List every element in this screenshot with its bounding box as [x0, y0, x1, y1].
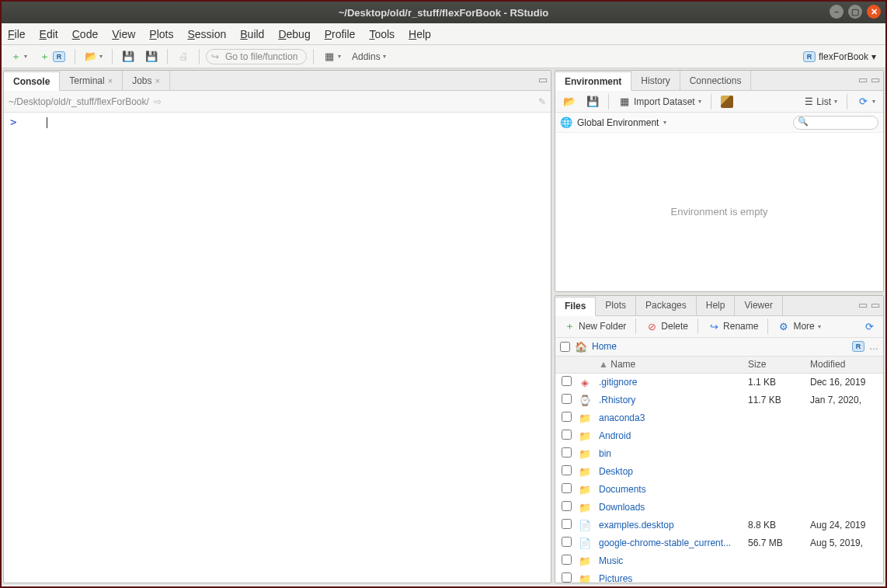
tab-plots[interactable]: Plots — [596, 296, 636, 315]
pane-minimize-icon[interactable]: ▭ — [858, 74, 868, 85]
import-dataset-button[interactable]: ▦Import Dataset ▾ — [615, 94, 704, 110]
file-row[interactable]: ◈.gitignore1.1 KBDec 16, 2019 — [555, 374, 883, 391]
file-row[interactable]: 📁Pictures — [555, 570, 883, 583]
file-checkbox[interactable] — [562, 412, 572, 422]
file-checkbox[interactable] — [562, 519, 572, 529]
file-row[interactable]: 📁Documents — [555, 481, 883, 499]
menu-edit[interactable]: Edit — [40, 28, 58, 40]
more-button[interactable]: ⚙More ▾ — [774, 318, 823, 334]
menu-session[interactable]: Session — [187, 28, 226, 40]
tab-jobs[interactable]: Jobs× — [123, 71, 170, 90]
file-checkbox[interactable] — [562, 465, 572, 475]
new-folder-button[interactable]: ＋New Folder — [560, 318, 629, 334]
grid-button[interactable]: ▦▾ — [320, 49, 344, 64]
file-checkbox[interactable] — [562, 537, 572, 547]
save-workspace-button[interactable]: 💾 — [583, 94, 602, 110]
console-path-go-icon[interactable]: ⇨ — [154, 96, 162, 107]
file-name[interactable]: .gitignore — [599, 377, 748, 388]
file-name[interactable]: Documents — [599, 484, 748, 495]
menu-profile[interactable]: Profile — [325, 28, 356, 40]
close-icon[interactable]: × — [108, 76, 113, 85]
file-name[interactable]: bin — [599, 448, 748, 459]
home-icon[interactable]: 🏠 — [575, 340, 587, 353]
menu-tools[interactable]: Tools — [369, 28, 395, 40]
more-path-icon[interactable]: … — [869, 341, 878, 352]
tab-connections[interactable]: Connections — [680, 71, 752, 90]
menu-view[interactable]: View — [112, 28, 135, 40]
col-size[interactable]: Size — [748, 359, 810, 370]
open-file-button[interactable]: 📂▾ — [82, 49, 106, 64]
file-name[interactable]: anaconda3 — [599, 412, 748, 423]
file-checkbox[interactable] — [562, 483, 572, 493]
select-all-checkbox[interactable] — [560, 342, 570, 352]
col-name[interactable]: ▲ Name — [599, 359, 748, 370]
file-checkbox[interactable] — [562, 376, 572, 386]
file-row[interactable]: 📁Desktop — [555, 463, 883, 481]
menu-debug[interactable]: Debug — [278, 28, 310, 40]
tab-viewer[interactable]: Viewer — [735, 296, 782, 315]
file-row[interactable]: 📄examples.desktop8.8 KBAug 24, 2019 — [555, 517, 883, 534]
file-list[interactable]: ◈.gitignore1.1 KBDec 16, 2019⌚.Rhistory1… — [555, 374, 883, 583]
file-checkbox[interactable] — [562, 394, 572, 404]
menu-plots[interactable]: Plots — [149, 28, 173, 40]
env-view-mode-button[interactable]: ☰ List ▾ — [802, 95, 840, 109]
close-icon[interactable]: × — [155, 76, 160, 85]
file-name[interactable]: Downloads — [599, 502, 748, 513]
file-checkbox[interactable] — [562, 555, 572, 565]
save-button[interactable]: 💾 — [119, 49, 137, 64]
pane-maximize-icon[interactable]: ▭ — [871, 299, 880, 311]
file-name[interactable]: Music — [599, 555, 748, 566]
file-row[interactable]: 📄google-chrome-stable_current...56.7 MBA… — [555, 534, 883, 552]
file-name[interactable]: Desktop — [599, 466, 748, 477]
file-name[interactable]: examples.desktop — [599, 520, 748, 531]
rename-button[interactable]: ↪Rename — [704, 318, 761, 334]
file-row[interactable]: 📁bin — [555, 445, 883, 463]
menu-file[interactable]: File — [8, 28, 26, 40]
tab-files[interactable]: Files — [555, 297, 596, 316]
tab-packages[interactable]: Packages — [636, 296, 697, 315]
addins-button[interactable]: Addins ▾ — [349, 50, 389, 64]
refresh-files-button[interactable]: ⟳ — [860, 318, 878, 334]
new-file-button[interactable]: ＋▾ — [6, 49, 30, 64]
file-row[interactable]: ⌚.Rhistory11.7 KBJan 7, 2020, — [555, 391, 883, 409]
clear-console-icon[interactable]: ✎ — [538, 96, 546, 107]
menu-build[interactable]: Build — [240, 28, 264, 40]
file-row[interactable]: 📁anaconda3 — [555, 409, 883, 427]
project-menu[interactable]: R flexForBook ▾ — [798, 50, 881, 64]
pane-maximize-icon[interactable]: ▭ — [871, 74, 880, 85]
file-checkbox[interactable] — [562, 501, 572, 511]
file-checkbox[interactable] — [562, 447, 572, 458]
save-all-button[interactable]: 💾 — [142, 49, 161, 64]
env-scope-label[interactable]: Global Environment — [577, 117, 659, 128]
tab-terminal[interactable]: Terminal× — [60, 71, 123, 90]
file-row[interactable]: 📁Downloads — [555, 499, 883, 517]
tab-environment[interactable]: Environment — [555, 71, 631, 91]
tab-history[interactable]: History — [631, 71, 680, 90]
load-workspace-button[interactable]: 📂 — [560, 94, 579, 110]
print-button[interactable]: 🖨 — [174, 49, 193, 64]
goto-file-function-input[interactable]: ↪ Go to file/function — [206, 49, 307, 64]
window-minimize-button[interactable]: – — [830, 5, 844, 19]
window-close-button[interactable]: ✕ — [867, 5, 881, 19]
refresh-env-button[interactable]: ⟳▾ — [854, 94, 878, 110]
file-checkbox[interactable] — [562, 430, 572, 440]
clear-env-button[interactable] — [718, 94, 736, 110]
file-name[interactable]: .Rhistory — [599, 395, 748, 405]
delete-button[interactable]: ⊘Delete — [642, 318, 691, 334]
file-name[interactable]: Pictures — [599, 573, 748, 583]
tab-help[interactable]: Help — [697, 296, 736, 315]
pane-maximize-icon[interactable]: ▭ — [538, 74, 548, 85]
breadcrumb-home[interactable]: Home — [592, 341, 617, 352]
tab-console[interactable]: Console — [4, 71, 60, 91]
file-row[interactable]: 📁Android — [555, 427, 883, 445]
pane-minimize-icon[interactable]: ▭ — [858, 299, 868, 311]
window-maximize-button[interactable]: ▢ — [848, 5, 862, 19]
menu-code[interactable]: Code — [72, 28, 98, 40]
col-modified[interactable]: Modified — [810, 359, 880, 370]
console-body[interactable]: > — [4, 113, 551, 583]
new-project-button[interactable]: ＋R — [35, 49, 68, 64]
menu-help[interactable]: Help — [409, 28, 431, 40]
file-row[interactable]: 📁Music — [555, 552, 883, 570]
file-name[interactable]: Android — [599, 430, 748, 441]
file-checkbox[interactable] — [562, 572, 572, 583]
